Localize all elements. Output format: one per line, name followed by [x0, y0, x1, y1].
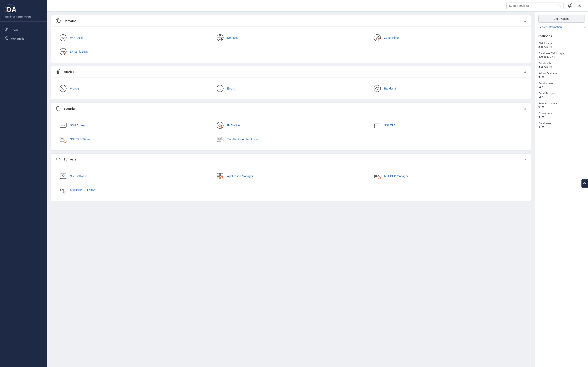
metrics-section-icon: [55, 69, 61, 75]
security-section-header[interactable]: Security ▲: [51, 103, 531, 114]
domains-section-title: Domains: [63, 19, 76, 23]
tool-zone-editor[interactable]: Zone Editor: [370, 31, 527, 45]
tool-multiphp-ini[interactable]: php MultiPHP INI Editor: [55, 183, 212, 197]
tool-domains[interactable]: Domains: [212, 31, 369, 45]
dab-logo-icon: DAB: [5, 4, 16, 15]
domains-tools: WP Toolkit Domains: [51, 27, 531, 63]
software-section-header[interactable]: Software ▲: [51, 154, 531, 165]
svg-point-20: [61, 87, 63, 89]
bandwidth-icon: [373, 84, 382, 93]
wp-toolkit-icon: [59, 33, 68, 42]
tool-visitors[interactable]: Visitors: [55, 82, 212, 95]
stat-value-autoresponders: 0 / ∞: [538, 105, 585, 108]
svg-point-13: [378, 38, 380, 40]
metrics-section-header[interactable]: Metrics ▲: [51, 66, 531, 77]
stat-value-forwarders: 8 / ∞: [538, 115, 585, 118]
domains-chevron: ▲: [524, 19, 527, 22]
multiphp-ini-icon: php: [59, 185, 68, 194]
stat-label-databases: Databases: [538, 122, 585, 125]
tool-site-software[interactable]: Site Software: [55, 169, 212, 183]
right-panel: Clear Cache Server Information › Statist…: [535, 12, 588, 367]
errors-label: Errors: [227, 87, 235, 90]
domains-section-header[interactable]: Domains ▲: [51, 15, 531, 27]
multiphp-manager-icon: php: [373, 172, 382, 181]
stat-row-autoresponders: Autoresponders 0 / ∞: [538, 100, 585, 110]
svg-rect-54: [217, 176, 220, 179]
tool-errors[interactable]: Errors: [212, 82, 369, 95]
tool-two-factor-auth[interactable]: Two-Factor Authentication: [212, 132, 369, 146]
search-input[interactable]: [509, 4, 556, 7]
svg-point-5: [579, 4, 580, 6]
stat-value-databases: 4 / ∞: [538, 125, 585, 128]
stat-value-disk-usage: 2.45 GB / ∞: [538, 45, 585, 48]
two-factor-auth-label: Two-Factor Authentication: [227, 138, 260, 141]
tool-ip-blocker[interactable]: IP Blocker: [212, 118, 369, 132]
tool-wp-toolkit[interactable]: WP Toolkit: [55, 31, 212, 45]
search-bar[interactable]: [506, 2, 563, 9]
tool-ssh-access[interactable]: >SSH SSH Access: [55, 118, 212, 132]
multiphp-manager-label: MultiPHP Manager: [384, 175, 408, 178]
svg-rect-17: [58, 71, 58, 74]
clear-cache-button[interactable]: Clear Cache: [538, 15, 585, 23]
metrics-tools: Visitors Errors: [51, 77, 531, 100]
sidebar-item-wp-toolkit-label: WP Toolkit: [11, 37, 25, 40]
svg-point-9: [62, 37, 64, 39]
stat-row-db-disk-usage: Database Disk Usage 490.66 MB / ∞: [538, 50, 585, 60]
header: [47, 0, 588, 12]
sidebar-item-wp-toolkit[interactable]: WP Toolkit: [0, 34, 47, 43]
app-manager-icon: [216, 172, 225, 181]
ssl-tls-status-icon: !: [59, 135, 68, 144]
errors-icon: [216, 84, 225, 93]
stat-label-db-disk-usage: Database Disk Usage: [538, 52, 585, 55]
svg-point-27: [377, 89, 378, 90]
analytics-float-button[interactable]: [581, 179, 588, 188]
ssl-tls-status-label: SSL/TLS Status: [70, 138, 90, 141]
ssh-access-icon: >SSH: [59, 121, 68, 130]
tool-multiphp-manager[interactable]: php MultiPHP Manager: [370, 169, 527, 183]
svg-rect-24: [221, 90, 222, 90]
svg-rect-52: [217, 173, 220, 176]
zone-editor-label: Zone Editor: [384, 36, 399, 39]
site-software-label: Site Software: [70, 175, 87, 178]
stat-value-addon-domains: 8 / ∞: [538, 75, 585, 78]
search-button[interactable]: [558, 4, 561, 8]
main-area: Domains ▲ WP Toolkit: [47, 0, 588, 367]
visitors-label: Visitors: [70, 87, 79, 90]
svg-rect-53: [221, 173, 223, 176]
svg-point-19: [60, 85, 66, 92]
svg-text:!: !: [65, 141, 65, 142]
stat-label-email-accounts: Email Accounts: [538, 92, 585, 95]
sidebar-item-tools[interactable]: Tools: [0, 26, 47, 34]
security-chevron: ▲: [524, 107, 527, 110]
stat-label-forwarders: Forwarders: [538, 112, 585, 115]
security-section: Security ▲ >SSH SSH Access: [51, 103, 531, 150]
ssl-tls-icon: [373, 121, 382, 130]
svg-point-25: [374, 85, 380, 92]
sidebar-navigation: Tools WP Toolkit: [0, 22, 47, 47]
stat-row-databases: Databases 4 / ∞: [538, 120, 585, 130]
tool-ssl-tls-status[interactable]: ! SSL/TLS Status: [55, 132, 212, 146]
security-tools: >SSH SSH Access: [51, 114, 531, 150]
svg-point-23: [220, 89, 221, 90]
domains-label: Domains: [227, 36, 238, 39]
server-info-row[interactable]: Server Information ›: [535, 23, 588, 32]
notifications-button[interactable]: [566, 2, 573, 9]
sidebar: DAB Your dream in digital formats Tools: [0, 0, 47, 367]
site-software-icon: [59, 172, 68, 181]
app-manager-label: Application Manager: [227, 175, 253, 178]
sidebar-item-tools-label: Tools: [11, 28, 18, 32]
two-factor-auth-icon: [216, 135, 225, 144]
domains-section: Domains ▲ WP Toolkit: [51, 15, 531, 63]
software-chevron: ▲: [524, 158, 527, 161]
tool-bandwidth[interactable]: Bandwidth: [370, 82, 527, 95]
user-menu-button[interactable]: [576, 2, 583, 9]
svg-text:php: php: [374, 174, 379, 178]
stat-row-addon-domains: Addon Domains 8 / ∞: [538, 70, 585, 80]
ssl-tls-label: SSL/TLS: [384, 124, 396, 127]
tool-dynamic-dns[interactable]: Dynamic DNS: [55, 45, 212, 58]
stat-value-subdomains: 11 / ∞: [538, 85, 585, 88]
content-area: Domains ▲ WP Toolkit: [47, 12, 588, 367]
tool-app-manager[interactable]: Application Manager: [212, 169, 369, 183]
tool-ssl-tls[interactable]: SSL/TLS: [370, 118, 527, 132]
domains-tool-icon: [216, 33, 225, 42]
